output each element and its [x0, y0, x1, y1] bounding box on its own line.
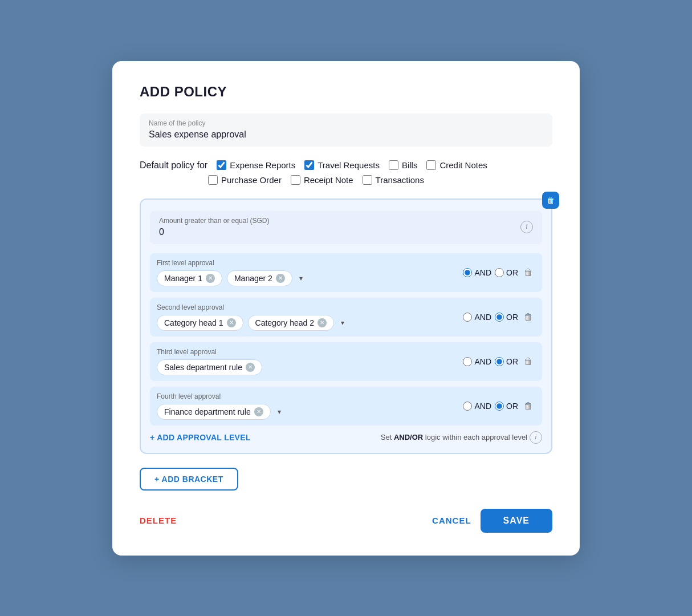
level1-or-radio[interactable]: OR: [495, 268, 518, 277]
footer-row: DELETE CANCEL SAVE: [140, 509, 552, 533]
level1-or-radio-input[interactable]: [495, 268, 504, 277]
andor-logic-text: Set AND/OR logic within each approval le…: [381, 431, 542, 444]
checkbox-bills[interactable]: Bills: [389, 160, 418, 170]
policy-name-label: Name of the policy: [149, 119, 543, 127]
checkbox-travel-requests[interactable]: Travel Requests: [304, 160, 380, 170]
level1-and-radio-input[interactable]: [463, 268, 472, 277]
approval-tag-cathead2: Category head 2 ✕: [248, 315, 335, 331]
add-level-row: + ADD APPROVAL LEVEL Set AND/OR logic wi…: [150, 431, 542, 444]
approval-tag-sales-dept: Sales department rule ✕: [157, 359, 262, 375]
level2-and-radio[interactable]: AND: [463, 313, 491, 322]
level2-or-radio-input[interactable]: [495, 313, 504, 322]
add-bracket-button[interactable]: + ADD BRACKET: [140, 468, 238, 491]
modal-title: ADD POLICY: [140, 84, 552, 100]
level1-and-radio[interactable]: AND: [463, 268, 491, 277]
delete-level2-button[interactable]: 🗑: [522, 311, 535, 323]
save-button[interactable]: SAVE: [481, 509, 552, 533]
approval-level-3-label: Third level approval: [157, 348, 458, 356]
delete-button[interactable]: DELETE: [140, 516, 177, 525]
approval-level-4-dropdown[interactable]: ▾: [278, 408, 281, 416]
bracket-container: 🗑 Amount greater than or equal (SGD) 0 i…: [140, 198, 552, 454]
approval-level-2-left: Second level approval Category head 1 ✕ …: [157, 303, 458, 331]
checkbox-travel-requests-input[interactable]: [304, 160, 314, 170]
add-policy-modal: ADD POLICY Name of the policy Sales expe…: [112, 61, 580, 556]
checkbox-transactions-label: Transactions: [376, 175, 424, 185]
approval-level-1-left: First level approval Manager 1 ✕ Manager…: [157, 259, 458, 286]
approval-level-1-label: First level approval: [157, 259, 458, 267]
delete-bracket-button[interactable]: 🗑: [542, 192, 559, 209]
checkbox-receipt-note[interactable]: Receipt Note: [291, 175, 353, 185]
level3-and-radio-input[interactable]: [463, 357, 472, 366]
checkbox-credit-notes-input[interactable]: [426, 160, 436, 170]
approval-tag-manager1-text: Manager 1: [164, 274, 202, 283]
andor-logic-prefix: Set AND/OR logic within each approval le…: [381, 433, 527, 441]
checkbox-purchase-order-input[interactable]: [208, 175, 218, 185]
approval-level-3-left: Third level approval Sales department ru…: [157, 348, 458, 375]
delete-level3-button[interactable]: 🗑: [522, 355, 535, 368]
approval-level-2: Second level approval Category head 1 ✕ …: [150, 298, 542, 337]
checkbox-purchase-order-label: Purchase Order: [221, 175, 282, 185]
policy-name-wrapper: Name of the policy Sales expense approva…: [140, 114, 552, 147]
checkbox-credit-notes[interactable]: Credit Notes: [426, 160, 487, 170]
remove-cathead1-button[interactable]: ✕: [227, 318, 236, 327]
level4-or-radio[interactable]: OR: [495, 402, 518, 411]
remove-manager1-button[interactable]: ✕: [206, 274, 215, 283]
approval-tag-manager2-text: Manager 2: [234, 274, 272, 283]
delete-level1-button[interactable]: 🗑: [522, 266, 535, 279]
delete-level4-button[interactable]: 🗑: [522, 400, 535, 412]
approval-level-2-dropdown[interactable]: ▾: [341, 319, 344, 327]
level4-and-radio[interactable]: AND: [463, 402, 491, 411]
checkbox-receipt-note-label: Receipt Note: [304, 175, 353, 185]
checkbox-receipt-note-input[interactable]: [291, 175, 300, 185]
level3-and-radio[interactable]: AND: [463, 357, 491, 366]
checkbox-credit-notes-label: Credit Notes: [439, 160, 487, 170]
approval-tag-sales-dept-text: Sales department rule: [164, 363, 242, 372]
approval-tag-cathead2-text: Category head 2: [255, 318, 315, 327]
level2-and-radio-input[interactable]: [463, 313, 472, 322]
approval-tag-manager2: Manager 2 ✕: [227, 270, 292, 286]
add-approval-level-button[interactable]: + ADD APPROVAL LEVEL: [150, 433, 251, 442]
checkbox-purchase-order[interactable]: Purchase Order: [208, 175, 282, 185]
amount-info-button[interactable]: i: [520, 221, 533, 233]
approval-level-4-right: AND OR 🗑: [463, 400, 535, 412]
approval-level-3: Third level approval Sales department ru…: [150, 342, 542, 381]
footer-right: CANCEL SAVE: [432, 509, 552, 533]
approval-tag-finance-dept: Finance department rule ✕: [157, 404, 271, 420]
checkbox-expense-reports-input[interactable]: [217, 160, 226, 170]
level3-or-radio-input[interactable]: [495, 357, 504, 366]
approval-tag-finance-dept-text: Finance department rule: [164, 407, 251, 416]
level2-or-radio[interactable]: OR: [495, 313, 518, 322]
remove-cathead2-button[interactable]: ✕: [317, 318, 327, 327]
andor-info-button[interactable]: i: [530, 431, 542, 444]
checkbox-bills-label: Bills: [402, 160, 418, 170]
policy-name-value[interactable]: Sales expense approval: [149, 129, 543, 140]
remove-finance-dept-button[interactable]: ✕: [254, 407, 263, 416]
checkbox-transactions-input[interactable]: [363, 175, 372, 185]
remove-sales-dept-button[interactable]: ✕: [246, 363, 255, 372]
approval-level-4-tags: Finance department rule ✕ ▾: [157, 404, 458, 420]
cancel-button[interactable]: CANCEL: [432, 516, 471, 525]
default-policy-row: Default policy for Expense Reports Trave…: [140, 160, 552, 171]
level4-and-radio-input[interactable]: [463, 402, 472, 411]
checkbox-expense-reports-label: Expense Reports: [230, 160, 295, 170]
approval-level-2-right: AND OR 🗑: [463, 311, 535, 323]
approval-level-1-right: AND OR 🗑: [463, 266, 535, 279]
remove-manager2-button[interactable]: ✕: [276, 274, 285, 283]
approval-level-1-tags: Manager 1 ✕ Manager 2 ✕ ▾: [157, 270, 458, 286]
checkbox-travel-requests-label: Travel Requests: [317, 160, 380, 170]
approval-level-4-left: Fourth level approval Finance department…: [157, 392, 458, 420]
amount-field-wrapper: Amount greater than or equal (SGD) 0 i: [150, 211, 542, 244]
checkbox-expense-reports[interactable]: Expense Reports: [217, 160, 295, 170]
approval-level-1-dropdown[interactable]: ▾: [299, 274, 303, 282]
approval-tag-cathead1-text: Category head 1: [164, 318, 223, 327]
amount-field-label: Amount greater than or equal (SGD): [159, 217, 516, 225]
approval-tag-manager1: Manager 1 ✕: [157, 270, 222, 286]
checkbox-bills-input[interactable]: [389, 160, 398, 170]
level3-or-radio[interactable]: OR: [495, 357, 518, 366]
level4-or-radio-input[interactable]: [495, 402, 504, 411]
approval-level-1: First level approval Manager 1 ✕ Manager…: [150, 253, 542, 292]
amount-field-value[interactable]: 0: [159, 227, 516, 237]
default-policy-row-2: Purchase Order Receipt Note Transactions: [140, 175, 552, 185]
checkbox-transactions[interactable]: Transactions: [363, 175, 424, 185]
approval-level-4: Fourth level approval Finance department…: [150, 387, 542, 425]
